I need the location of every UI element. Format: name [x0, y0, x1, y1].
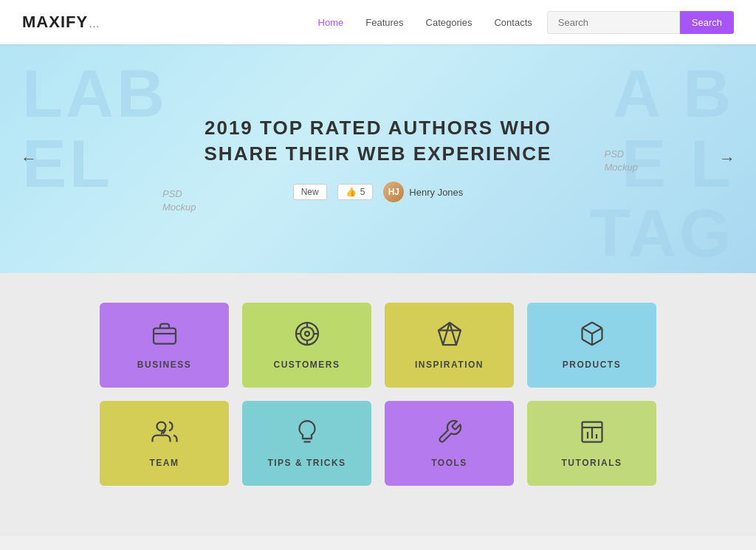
target-icon [294, 320, 320, 352]
category-business[interactable]: BUSINESS [100, 303, 229, 388]
chart-icon [579, 419, 605, 450]
tools-label: TOOLS [431, 458, 467, 468]
diamond-icon [436, 320, 463, 352]
inspiration-label: INSPIRATION [415, 360, 484, 370]
team-label: TEAM [150, 458, 179, 468]
logo[interactable]: MAXIFY ... [22, 13, 100, 32]
hero-bg-text-left: LAB EL [22, 59, 168, 199]
business-label: BUSINESS [137, 360, 191, 370]
tutorials-label: TUTORIALS [562, 458, 622, 468]
category-tools[interactable]: TOOLS [385, 401, 514, 486]
psd-note-left: PSDMockup [162, 188, 196, 214]
logo-text: MAXIFY [22, 13, 88, 32]
search-input[interactable] [547, 11, 680, 34]
cube-svg [579, 320, 605, 347]
grid-row-1: BUSINESS CUSTOMERS [100, 303, 656, 388]
svg-point-4 [305, 331, 309, 336]
search-button[interactable]: Search [680, 11, 734, 34]
customers-label: CUSTOMERS [274, 360, 340, 370]
hero-banner: LAB EL A B E L TAG PSDMockup PSDMockup ←… [0, 44, 756, 273]
nav-categories[interactable]: Categories [426, 17, 472, 28]
nav-contacts[interactable]: Contacts [494, 17, 532, 28]
hero-likes: 👍 5 [337, 184, 374, 200]
category-team[interactable]: TEAM [100, 401, 229, 486]
hero-content: 2019 TOP RATED AUTHORS WHOSHARE THEIR WE… [205, 115, 552, 202]
logo-dots: ... [89, 21, 100, 29]
hero-prev-button[interactable]: ← [15, 143, 43, 174]
target-svg [294, 320, 320, 347]
hero-title: 2019 TOP RATED AUTHORS WHOSHARE THEIR WE… [205, 115, 552, 167]
category-tutorials[interactable]: TUTORIALS [527, 401, 656, 486]
navigation: Home Features Categories Contacts [318, 17, 532, 28]
category-inspiration[interactable]: INSPIRATION [385, 303, 514, 388]
tips-tricks-label: TIPS & TRICKS [267, 458, 346, 468]
users-svg [151, 419, 178, 445]
diamond-svg [436, 320, 463, 347]
category-products[interactable]: PRODUCTS [527, 303, 656, 388]
avatar: HJ [383, 182, 404, 202]
users-icon [151, 419, 178, 450]
svg-marker-5 [439, 323, 461, 345]
chart-svg [579, 419, 605, 445]
wrench-svg [436, 419, 463, 445]
cube-icon [579, 320, 605, 352]
nav-home[interactable]: Home [318, 17, 344, 28]
svg-rect-0 [154, 329, 176, 344]
products-label: PRODUCTS [563, 360, 621, 370]
lightbulb-icon [294, 419, 320, 450]
like-count: 5 [360, 187, 365, 197]
hero-badge-new: New [293, 184, 327, 200]
svg-point-10 [157, 422, 165, 431]
hero-meta: New 👍 5 HJ Henry Jones [205, 182, 552, 202]
search-area: Search [547, 11, 734, 34]
author-name: Henry Jones [409, 187, 463, 198]
category-tips-tricks[interactable]: TIPS & TRICKS [242, 401, 371, 486]
briefcase-svg [151, 320, 178, 347]
lightbulb-svg [294, 419, 320, 445]
psd-note-right: PSDMockup [604, 148, 638, 174]
header: MAXIFY ... Home Features Categories Cont… [0, 0, 756, 44]
categories-grid: BUSINESS CUSTOMERS [0, 273, 756, 536]
wrench-icon [436, 419, 463, 450]
svg-point-3 [300, 327, 314, 340]
grid-row-2: TEAM TIPS & TRICKS TOOLS [100, 401, 656, 486]
like-icon: 👍 [346, 187, 357, 197]
category-customers[interactable]: CUSTOMERS [242, 303, 371, 388]
hero-next-button[interactable]: → [713, 143, 741, 174]
briefcase-icon [151, 320, 178, 352]
hero-author: HJ Henry Jones [383, 182, 463, 202]
nav-features[interactable]: Features [365, 17, 403, 28]
